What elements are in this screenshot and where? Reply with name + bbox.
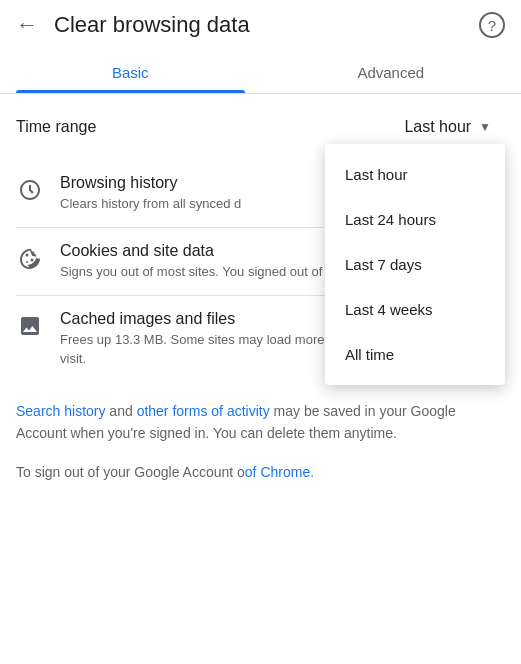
page-title: Clear browsing data — [54, 12, 250, 38]
info-text: Search history and other forms of activi… — [16, 400, 505, 445]
dropdown-option-last-hour[interactable]: Last hour — [325, 152, 505, 197]
time-range-row: Time range Last hour ▼ — [16, 110, 505, 144]
info-section: Search history and other forms of activi… — [0, 382, 521, 445]
cookie-icon — [16, 244, 44, 272]
time-range-selected: Last hour — [404, 118, 471, 136]
dropdown-option-last-4w[interactable]: Last 4 weeks — [325, 287, 505, 332]
header: ← Clear browsing data ? — [0, 0, 521, 50]
image-icon — [16, 312, 44, 340]
dropdown-option-all-time[interactable]: All time — [325, 332, 505, 377]
time-range-dropdown[interactable]: Last hour ▼ — [390, 110, 505, 144]
tab-basic[interactable]: Basic — [0, 50, 261, 93]
info-text2-prefix: To sign out of your Google Account o — [16, 464, 245, 480]
help-icon[interactable]: ? — [479, 12, 505, 38]
dropdown-option-last-24h[interactable]: Last 24 hours — [325, 197, 505, 242]
back-icon[interactable]: ← — [16, 12, 38, 38]
time-range-label: Time range — [16, 118, 96, 136]
svg-point-0 — [26, 254, 29, 257]
other-activity-link[interactable]: other forms of activity — [137, 403, 270, 419]
search-history-link[interactable]: Search history — [16, 403, 105, 419]
chrome-link[interactable]: of Chrome. — [245, 464, 314, 480]
tab-advanced[interactable]: Advanced — [261, 50, 522, 93]
svg-point-1 — [31, 259, 34, 262]
header-left: ← Clear browsing data — [16, 12, 250, 38]
dropdown-option-last-7d[interactable]: Last 7 days — [325, 242, 505, 287]
dropdown-arrow-icon: ▼ — [479, 120, 491, 134]
content: Time range Last hour ▼ Last hour Last 24… — [0, 94, 521, 382]
info-text-2: To sign out of your Google Account oof C… — [0, 461, 521, 483]
clock-icon — [16, 176, 44, 204]
info-text-middle: and — [105, 403, 136, 419]
tabs: Basic Advanced — [0, 50, 521, 94]
time-range-menu: Last hour Last 24 hours Last 7 days Last… — [325, 144, 505, 385]
svg-point-2 — [26, 261, 28, 263]
